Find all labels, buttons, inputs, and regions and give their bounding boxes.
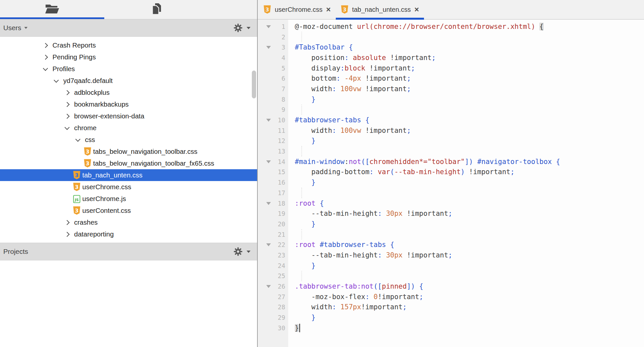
code-line-17[interactable]: 17 xyxy=(258,188,644,198)
code-line-6[interactable]: 6 bottom: -4px !important; xyxy=(258,73,644,84)
code-line-5[interactable]: 5 display:block !important; xyxy=(258,63,644,73)
users-dropdown[interactable]: Users xyxy=(3,24,28,32)
code-line-22[interactable]: 22:root #tabbrowser-tabs { xyxy=(258,239,644,250)
tree-item-label: tabs_below_navigation_toolbar_fx65.css xyxy=(93,159,214,167)
tree-folder-crash-reports[interactable]: Crash Reports xyxy=(0,39,257,51)
css-file-icon: 3 xyxy=(73,206,81,215)
editor-tab-tab-nach-unten-css[interactable]: 3 tab_nach_unten.css × xyxy=(336,0,424,19)
tree-file-tabs-below-navigation-toolbar-css[interactable]: 3tabs_below_navigation_toolbar.css xyxy=(0,146,257,157)
gutter: 29 xyxy=(258,312,288,323)
gutter: 30 xyxy=(258,323,288,333)
code-line-10[interactable]: 10#tabbrowser-tabs { xyxy=(258,115,644,125)
code-line-23[interactable]: 23 --tab-min-height: 30px !important; xyxy=(258,250,644,260)
gutter: 26 xyxy=(258,281,288,292)
tree-folder-chrome[interactable]: chrome xyxy=(0,122,257,134)
fold-arrow-icon[interactable] xyxy=(266,285,271,288)
chevron-down-icon[interactable] xyxy=(247,251,251,253)
code-line-21[interactable]: 21 xyxy=(258,229,644,240)
svg-text:3: 3 xyxy=(343,7,346,13)
code-line-20[interactable]: 20 } xyxy=(258,219,644,229)
sidebar-tab-folders[interactable] xyxy=(0,0,104,19)
code-line-25[interactable]: 25 xyxy=(258,271,644,281)
line-number: 7 xyxy=(282,85,285,92)
code-line-13[interactable]: 13 xyxy=(258,146,644,156)
fold-arrow-icon[interactable] xyxy=(266,119,271,122)
gear-icon[interactable] xyxy=(233,247,243,256)
editor-tab-userchrome-css[interactable]: 3 userChrome.css × xyxy=(258,0,336,19)
code-text: bottom: -4px !important; xyxy=(288,73,411,84)
code-line-9[interactable]: 9 xyxy=(258,105,644,115)
close-icon[interactable]: × xyxy=(326,6,331,13)
fold-arrow-icon[interactable] xyxy=(266,160,271,163)
code-line-8[interactable]: 8 } xyxy=(258,94,644,105)
gear-icon[interactable] xyxy=(233,23,243,32)
tree-folder-profiles[interactable]: Profiles xyxy=(0,63,257,75)
sidebar-scrollbar-thumb[interactable] xyxy=(252,71,256,98)
chevron-right-icon xyxy=(65,220,70,225)
tree-folder-css[interactable]: css xyxy=(0,134,257,146)
fold-arrow-icon[interactable] xyxy=(266,243,271,246)
line-number: 16 xyxy=(278,179,285,186)
gutter: 18 xyxy=(258,198,288,209)
tree-item-label: tab_nach_unten.css xyxy=(82,171,143,179)
line-number: 5 xyxy=(282,65,285,72)
tree-folder-bookmarkbackups[interactable]: bookmarkbackups xyxy=(0,98,257,110)
code-line-7[interactable]: 7 width: 100vw !important; xyxy=(258,84,644,94)
gutter: 4 xyxy=(258,52,288,63)
code-line-27[interactable]: 27 -moz-box-flex: 0!important; xyxy=(258,292,644,302)
code-editor[interactable]: 1@-moz-document url(chrome://browser/con… xyxy=(258,20,644,347)
tree-folder-datareporting[interactable]: datareporting xyxy=(0,228,257,240)
tree-file-userchrome-css[interactable]: 3userChrome.css xyxy=(0,181,257,193)
code-text xyxy=(288,146,295,156)
gutter: 19 xyxy=(258,208,288,219)
tree-folder-adblockplus[interactable]: adblockplus xyxy=(0,87,257,98)
gutter: 25 xyxy=(258,271,288,281)
code-line-1[interactable]: 1@-moz-document url(chrome://browser/con… xyxy=(258,21,644,32)
code-line-16[interactable]: 16 } xyxy=(258,177,644,188)
gutter: 28 xyxy=(258,302,288,313)
tree-file-usercontent-css[interactable]: 3userContent.css xyxy=(0,205,257,216)
code-line-19[interactable]: 19 --tab-min-height: 30px !important; xyxy=(258,208,644,219)
gutter: 13 xyxy=(258,146,288,156)
gutter: 11 xyxy=(258,125,288,136)
fold-arrow-icon[interactable] xyxy=(266,202,271,205)
tree-file-tabs-below-navigation-toolbar-fx65-css[interactable]: 3tabs_below_navigation_toolbar_fx65.css xyxy=(0,157,257,169)
tree-item-label: chrome xyxy=(74,124,96,132)
tree-folder-crashes[interactable]: crashes xyxy=(0,216,257,228)
tree-file-tab-nach-unten-css[interactable]: 3tab_nach_unten.css xyxy=(0,169,257,181)
tree-item-label: css xyxy=(85,136,95,144)
code-line-2[interactable]: 2 xyxy=(258,32,644,42)
code-line-12[interactable]: 12 } xyxy=(258,136,644,146)
line-number: 8 xyxy=(282,96,285,103)
fold-arrow-icon[interactable] xyxy=(266,46,271,49)
code-line-4[interactable]: 4 position: absolute !important; xyxy=(258,52,644,63)
fold-arrow-icon[interactable] xyxy=(266,25,271,28)
code-line-14[interactable]: 14#main-window:not([chromehidden*="toolb… xyxy=(258,156,644,167)
code-line-15[interactable]: 15 padding-bottom: var(--tab-min-height)… xyxy=(258,167,644,177)
code-line-11[interactable]: 11 width: 100vw !important; xyxy=(258,125,644,136)
tree-folder-yd7qaafc-default[interactable]: yd7qaafc.default xyxy=(0,75,257,87)
gutter: 17 xyxy=(258,188,288,198)
code-line-26[interactable]: 26.tabbrowser-tab:not([pinned]) { xyxy=(258,281,644,292)
code-line-30[interactable]: 30} xyxy=(258,323,644,333)
code-line-28[interactable]: 28 width: 157px!important; xyxy=(258,302,644,313)
tree-file-userchrome-js[interactable]: JSuserChrome.js xyxy=(0,193,257,205)
files-icon xyxy=(151,3,162,16)
tree-folder-browser-extension-data[interactable]: browser-extension-data xyxy=(0,110,257,122)
code-line-24[interactable]: 24 } xyxy=(258,260,644,271)
close-icon[interactable]: × xyxy=(414,6,419,13)
code-line-3[interactable]: 3#TabsToolbar { xyxy=(258,42,644,52)
gutter: 22 xyxy=(258,239,288,250)
code-line-29[interactable]: 29 } xyxy=(258,312,644,323)
file-tree: Crash ReportsPending PingsProfilesyd7qaa… xyxy=(0,37,257,240)
tree-item-label: yd7qaafc.default xyxy=(63,77,112,85)
code-line-18[interactable]: 18:root { xyxy=(258,198,644,209)
svg-text:JS: JS xyxy=(74,198,79,202)
chevron-down-icon[interactable] xyxy=(247,27,251,29)
code-text xyxy=(288,271,295,281)
tree-folder-pending-pings[interactable]: Pending Pings xyxy=(0,51,257,63)
sidebar-tab-files[interactable] xyxy=(104,0,209,19)
code-text: .tabbrowser-tab:not([pinned]) { xyxy=(288,281,423,292)
chevron-right-icon xyxy=(65,102,70,107)
tree-item-label: browser-extension-data xyxy=(74,112,144,120)
